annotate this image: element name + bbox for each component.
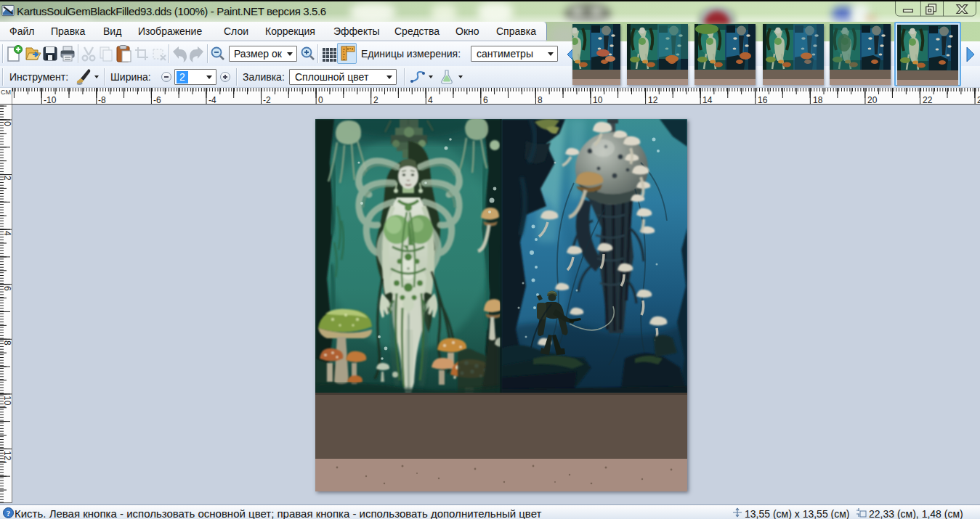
svg-text:?: ? (7, 509, 11, 518)
